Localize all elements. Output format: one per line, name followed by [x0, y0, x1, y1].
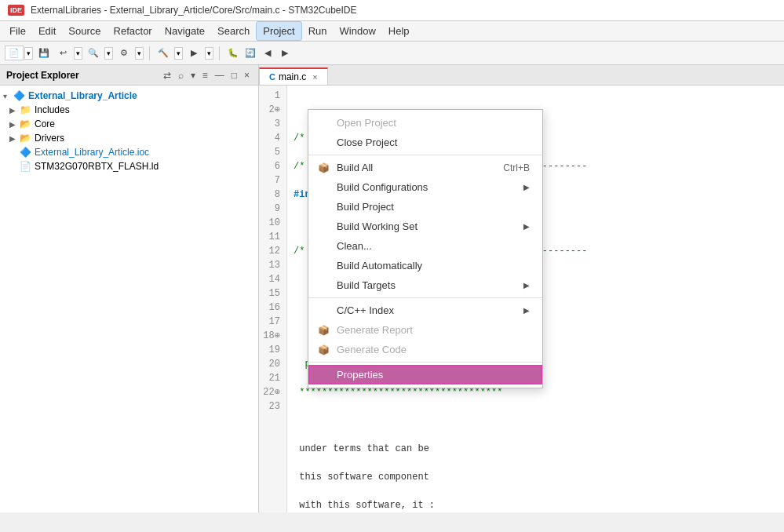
build-configurations-label: Build Configurations	[337, 181, 428, 193]
menu-item-build-all[interactable]: 📦 Build All Ctrl+B	[308, 158, 542, 177]
menu-item-cpp-index[interactable]: C/C++ Index ▶	[308, 301, 542, 320]
tree-drivers[interactable]: ▶ 📂 Drivers	[0, 131, 258, 145]
explorer-close-icon[interactable]: ×	[242, 69, 252, 82]
tab-label: main.c	[279, 71, 306, 82]
menu-source[interactable]: Source	[62, 22, 107, 40]
menu-item-clean[interactable]: Clean...	[308, 236, 542, 256]
menu-item-open-project: Open Project	[308, 113, 542, 133]
tree-icon-drivers: 📂	[20, 133, 31, 144]
properties-label: Properties	[337, 369, 383, 381]
build-automatically-label: Build Automatically	[337, 260, 422, 271]
build-btn[interactable]: 🔨	[155, 46, 171, 61]
tree-includes[interactable]: ▶ 📁 Includes	[0, 103, 258, 117]
undo-dropdown[interactable]: ▾	[74, 47, 82, 60]
toolbar-sep1	[149, 46, 150, 60]
search-btn[interactable]: 🔍	[86, 46, 101, 61]
settings-btn[interactable]: ⚙	[116, 46, 132, 61]
build-all-label: Build All	[337, 162, 373, 173]
search-dropdown[interactable]: ▾	[104, 47, 113, 60]
tree-arrow-includes: ▶	[9, 106, 17, 115]
dropdown-sep1	[308, 155, 542, 155]
menu-file[interactable]: File	[3, 22, 32, 40]
build-arrow[interactable]: ▾	[174, 47, 183, 60]
build-dropdown[interactable]: ▾	[174, 47, 183, 60]
code-line: this software component	[294, 470, 778, 484]
menu-navigate[interactable]: Navigate	[159, 22, 211, 40]
menu-item-build-project[interactable]: Build Project	[308, 197, 542, 217]
code-line	[294, 414, 778, 428]
toolbar-sep2	[219, 46, 220, 60]
menu-help[interactable]: Help	[382, 22, 416, 40]
save-btn[interactable]: 💾	[36, 46, 52, 61]
tree-label-root: External_Library_Article	[28, 90, 137, 101]
build-all-icon: 📦	[318, 162, 330, 173]
explorer-tree: ▾ 🔷 External_Library_Article ▶ 📁 Include…	[0, 86, 258, 512]
undo-arrow[interactable]: ▾	[74, 47, 82, 60]
menu-item-build-targets[interactable]: Build Targets ▶	[308, 275, 542, 295]
tree-ioc[interactable]: 🔷 External_Library_Article.ioc	[0, 145, 258, 159]
back-btn[interactable]: ◀	[260, 46, 275, 61]
cpp-index-arrow: ▶	[523, 306, 530, 315]
tree-label-ld: STM32G070RBTX_FLASH.ld	[35, 161, 159, 172]
run-dropdown[interactable]: ▾	[205, 47, 213, 60]
menu-edit[interactable]: Edit	[32, 22, 62, 40]
menu-item-build-automatically[interactable]: Build Automatically	[308, 256, 542, 275]
dropdown-sep3	[308, 362, 542, 363]
explorer-minimize-icon[interactable]: —	[213, 69, 227, 82]
tree-icon-includes: 📁	[20, 104, 31, 115]
menu-item-generate-report: 📦 Generate Report	[308, 320, 542, 340]
build-working-set-arrow: ▶	[523, 222, 530, 231]
debug-btn[interactable]: 🐛	[225, 46, 241, 61]
menu-item-close-project[interactable]: Close Project	[308, 133, 542, 152]
ide-logo: IDE	[8, 5, 24, 16]
menu-project[interactable]: Project	[256, 21, 301, 41]
build-project-label: Build Project	[337, 201, 394, 213]
search-arrow[interactable]: ▾	[104, 47, 113, 60]
tree-root[interactable]: ▾ 🔷 External_Library_Article	[0, 89, 258, 103]
menu-item-build-configurations[interactable]: Build Configurations ▶	[308, 177, 542, 197]
line-numbers: 1 2⊕ 3 4 5 6 7 8 9 10 11 12 13 14 15 16 …	[259, 86, 287, 512]
tree-arrow-core: ▶	[9, 120, 17, 129]
menu-refactor[interactable]: Refactor	[108, 22, 159, 40]
new-arrow[interactable]: ▾	[24, 47, 33, 60]
toolbar: 📄 ▾ 💾 ↩ ▾ 🔍 ▾ ⚙ ▾ 🔨 ▾ ▶ ▾ 🐛 🔄 ◀ ▶	[0, 42, 784, 65]
explorer-title: Project Explorer	[6, 70, 79, 81]
tree-label-includes: Includes	[35, 104, 70, 115]
menu-item-build-working-set[interactable]: Build Working Set ▶	[308, 217, 542, 236]
tab-close-icon[interactable]: ×	[312, 72, 317, 82]
editor-tab-mainc[interactable]: C main.c ×	[259, 67, 328, 85]
refresh-btn[interactable]: 🔄	[242, 46, 258, 61]
tree-arrow-drivers: ▶	[9, 134, 17, 143]
new-dropdown[interactable]: 📄 ▾	[5, 46, 33, 60]
tree-ld[interactable]: 📄 STM32G070RBTX_FLASH.ld	[0, 159, 258, 173]
explorer-header-icons: ⇄ ⌕ ▾ ≡ — □ ×	[161, 69, 252, 82]
cpp-index-label: C/C++ Index	[337, 304, 394, 316]
explorer-collapse-icon[interactable]: ▾	[188, 69, 198, 82]
generate-report-label: Generate Report	[337, 324, 413, 336]
editor-tab-bar: C main.c ×	[259, 65, 784, 86]
settings-dropdown[interactable]: ▾	[135, 47, 144, 60]
run-btn[interactable]: ▶	[186, 46, 202, 61]
menu-run[interactable]: Run	[302, 22, 334, 40]
tree-core[interactable]: ▶ 📂 Core	[0, 117, 258, 131]
menu-search[interactable]: Search	[211, 22, 256, 40]
explorer-filter-icon[interactable]: ⌕	[176, 69, 186, 82]
run-arrow[interactable]: ▾	[205, 47, 213, 60]
explorer-header: Project Explorer ⇄ ⌕ ▾ ≡ — □ ×	[0, 65, 258, 86]
menu-item-properties[interactable]: Properties	[308, 365, 542, 384]
forward-btn[interactable]: ▶	[277, 46, 293, 61]
menu-window[interactable]: Window	[334, 22, 382, 40]
build-all-shortcut: Ctrl+B	[503, 162, 530, 173]
explorer-maximize-icon[interactable]: □	[229, 69, 239, 82]
new-btn[interactable]: 📄	[5, 46, 24, 60]
code-line: with this software, it :	[294, 498, 778, 512]
explorer-menu-icon[interactable]: ≡	[200, 69, 210, 82]
explorer-sync-icon[interactable]: ⇄	[161, 69, 173, 82]
tab-icon: C	[269, 72, 275, 82]
dropdown-sep2	[308, 297, 542, 298]
settings-arrow[interactable]: ▾	[135, 47, 144, 60]
undo-btn[interactable]: ↩	[55, 46, 71, 61]
tree-icon-core: 📂	[20, 118, 31, 129]
menu-bar: File Edit Source Refactor Navigate Searc…	[0, 21, 784, 42]
explorer-title-group: Project Explorer	[6, 70, 79, 81]
